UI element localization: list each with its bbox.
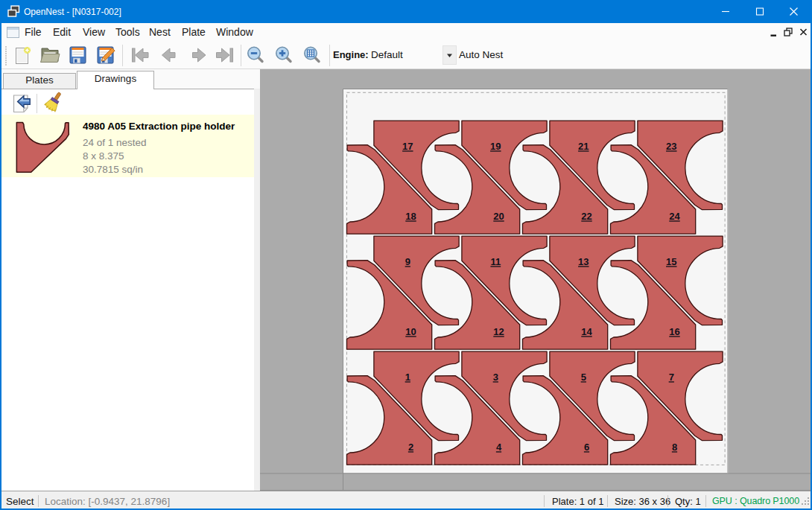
svg-text:5: 5: [581, 372, 586, 383]
svg-text:17: 17: [402, 141, 413, 152]
svg-text:7: 7: [669, 372, 674, 383]
svg-text:6: 6: [584, 442, 589, 453]
svg-text:9: 9: [405, 256, 410, 267]
svg-text:19: 19: [490, 141, 501, 152]
svg-text:8: 8: [672, 442, 677, 453]
svg-text:24: 24: [669, 211, 680, 222]
svg-text:4: 4: [496, 442, 502, 453]
svg-text:15: 15: [666, 256, 676, 267]
svg-text:12: 12: [493, 326, 504, 337]
svg-text:22: 22: [581, 211, 591, 222]
svg-text:20: 20: [493, 211, 504, 222]
svg-text:16: 16: [669, 326, 679, 337]
svg-text:14: 14: [581, 326, 592, 337]
svg-text:1: 1: [405, 372, 410, 383]
svg-text:3: 3: [493, 372, 498, 383]
svg-text:10: 10: [405, 326, 416, 337]
svg-text:21: 21: [578, 141, 589, 152]
svg-text:11: 11: [490, 256, 501, 267]
svg-text:23: 23: [666, 141, 676, 152]
svg-text:13: 13: [578, 256, 589, 267]
svg-text:2: 2: [408, 442, 413, 453]
svg-text:18: 18: [405, 211, 416, 222]
